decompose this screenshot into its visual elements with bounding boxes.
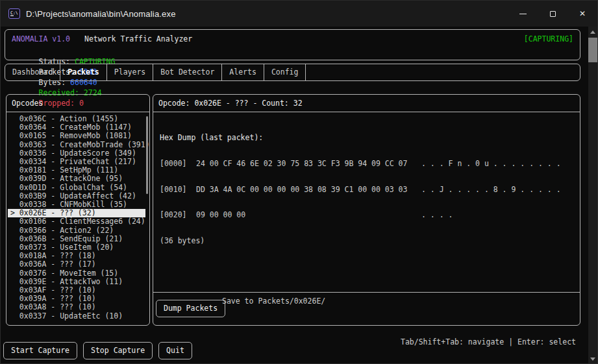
- hex-ascii: . . J . . . . . 8 . 9 . . . . .: [421, 185, 561, 194]
- tab-label: Packets: [68, 67, 99, 77]
- tab-label: Players: [114, 67, 145, 77]
- capture-controls: Start Capture Stop Capture Quit: [3, 342, 192, 359]
- opcodes-panel-title: Opcodes: [6, 95, 149, 112]
- tab-label: Config: [271, 67, 299, 77]
- opcode-prefix: [10, 174, 19, 183]
- scroll-down-button[interactable]: [588, 354, 597, 364]
- opcode-prefix: [10, 243, 19, 252]
- tab-label: Dashboard: [12, 67, 53, 77]
- title-bar[interactable]: C:\ D:\Projects\anomalia\bin\Anomalia.ex…: [1, 1, 597, 27]
- minimize-icon: [519, 14, 527, 14]
- opcode-prefix: [10, 165, 19, 175]
- opcode-prefix: [10, 200, 19, 209]
- stop-capture-button[interactable]: Stop Capture: [83, 342, 153, 359]
- status-header-panel: ANOMALIA v1.0 Network Traffic Analyzer […: [5, 29, 580, 60]
- tab-players[interactable]: Players: [107, 64, 153, 80]
- opcode-list: 0x036C - Action (1455) 0x0364 - CreateMo…: [6, 115, 149, 321]
- opcode-prefix: >: [10, 208, 19, 217]
- tab-dashboard[interactable]: Dashboard: [5, 64, 60, 80]
- opcode-label: 0x036C - Action (1455): [19, 114, 118, 123]
- stop-capture-label: Stop Capture: [91, 346, 145, 355]
- app-name: ANOMALIA v1.0: [12, 34, 70, 44]
- detail-panel-title: Opcode: 0x026E - ??? - Count: 32: [153, 95, 580, 112]
- tab-bot-detector[interactable]: Bot Detector: [153, 64, 222, 80]
- opcode-label: 0x039D - AttackOne (95): [19, 174, 123, 183]
- window-scrollbar[interactable]: [588, 27, 597, 364]
- opcode-prefix: [10, 294, 19, 303]
- tab-bar: Dashboard Packets Players Bot Detector A…: [5, 64, 580, 81]
- window-title: D:\Projects\anomalia\bin\Anomalia.exe: [26, 9, 176, 19]
- keyboard-hints: Tab/Shift+Tab: navigate | Enter: select: [401, 337, 576, 346]
- tab-label: Alerts: [229, 67, 256, 77]
- opcode-label: 0x026E - ??? (32): [19, 208, 96, 217]
- hex-dump-row: [0020]09 00 00 00. . . .: [160, 211, 576, 219]
- opcode-label: 0x0106 - ClientMessage6 (24): [19, 217, 145, 226]
- opcode-label: 0x0337 - UpdateEtc (10): [19, 311, 123, 321]
- start-capture-label: Start Capture: [11, 346, 69, 355]
- opcode-prefix: [10, 123, 19, 132]
- opcode-label: 0x0366 - Action2 (22): [19, 226, 114, 235]
- opcode-detail-panel: Opcode: 0x026E - ??? - Count: 32 Hex Dum…: [153, 94, 580, 326]
- opcode-label: 0x036A - ??? (17): [19, 260, 96, 269]
- hex-address: [0020]: [160, 211, 196, 219]
- tab-config[interactable]: Config: [264, 64, 306, 80]
- opcode-label: 0x039E - AttackTwo (11): [19, 277, 123, 286]
- opcode-label: 0x0363 - CreateMobTrade (391): [19, 140, 150, 149]
- opcode-label: 0x0D1D - GlobalChat (54): [19, 183, 127, 192]
- minimize-button[interactable]: [508, 1, 538, 27]
- tab-alerts[interactable]: Alerts: [222, 64, 264, 80]
- tab-label: Bot Detector: [160, 67, 214, 77]
- opcode-label: 0x039A - ??? (10): [19, 294, 96, 303]
- window-scrollbar-thumb[interactable]: [588, 38, 597, 62]
- opcode-label: 0x0165 - RemoveMob (1081): [19, 131, 132, 140]
- start-capture-button[interactable]: Start Capture: [3, 342, 77, 359]
- opcode-prefix: [10, 191, 19, 200]
- window-controls: ✕: [508, 1, 597, 27]
- opcode-prefix: [10, 183, 19, 192]
- opcode-prefix: [10, 131, 19, 140]
- maximize-button[interactable]: [538, 1, 567, 27]
- opcode-prefix: [10, 217, 19, 226]
- opcode-label: 0x03AF - ??? (10): [19, 285, 96, 295]
- scroll-up-icon: [590, 30, 595, 34]
- opcode-label: 0x036B - SendEquip (21): [19, 234, 123, 243]
- opcode-prefix: [10, 260, 19, 269]
- scroll-up-button[interactable]: [588, 27, 597, 38]
- quit-button[interactable]: Quit: [158, 342, 192, 359]
- hex-address: [0000]: [160, 160, 196, 168]
- save-path-hint: Save to Packets/0x026E/: [222, 297, 325, 306]
- app-subtitle: Network Traffic Analyzer: [84, 34, 192, 44]
- maximize-icon: [550, 11, 556, 17]
- hex-dump-row: [0010]DD 3A 4A 0C 00 00 00 00 38 08 39 C…: [160, 186, 576, 194]
- opcode-prefix: [10, 226, 19, 235]
- opcode-label: 0x03A8 - ??? (10): [19, 302, 96, 311]
- close-icon: ✕: [579, 10, 586, 18]
- hex-address: [0010]: [160, 186, 196, 194]
- scroll-down-icon: [590, 358, 595, 361]
- opcode-list-scrollbar-thumb[interactable]: [146, 116, 148, 194]
- close-button[interactable]: ✕: [567, 1, 597, 27]
- opcode-prefix: [10, 277, 19, 286]
- dump-packets-button[interactable]: Dump Packets: [156, 300, 225, 317]
- opcode-prefix: [10, 311, 19, 321]
- opcode-label: 0x0334 - PrivateChat (217): [19, 157, 136, 166]
- hex-bytes: 09 00 00 00: [196, 211, 421, 219]
- opcode-prefix: [10, 302, 19, 311]
- capturing-badge: [CAPTURING]: [524, 34, 573, 44]
- opcode-list-item[interactable]: 0x0337 - UpdateEtc (10): [8, 312, 145, 321]
- hex-dump-row: [0000]24 00 CF 46 6E 02 30 75 83 3C F3 9…: [160, 160, 576, 168]
- detail-footer-bar: Dump Packets Save to Packets/0x026E/: [153, 292, 580, 325]
- console-icon: C:\: [8, 8, 20, 19]
- opcode-prefix: [10, 157, 19, 166]
- opcode-label: 0x0181 - SetHpMp (111): [19, 165, 118, 175]
- opcode-label: 0x0376 - MoveItem (15): [19, 269, 118, 278]
- opcode-prefix: [10, 149, 19, 158]
- console-window: C:\ D:\Projects\anomalia\bin\Anomalia.ex…: [0, 0, 598, 364]
- opcode-label: 0x0373 - UseItem (20): [19, 243, 114, 252]
- opcode-prefix: [10, 114, 19, 123]
- hex-ascii: . . . .: [421, 210, 453, 219]
- tab-packets[interactable]: Packets: [60, 64, 106, 80]
- quit-label: Quit: [166, 346, 184, 355]
- opcode-prefix: [10, 140, 19, 149]
- opcode-prefix: [10, 251, 19, 260]
